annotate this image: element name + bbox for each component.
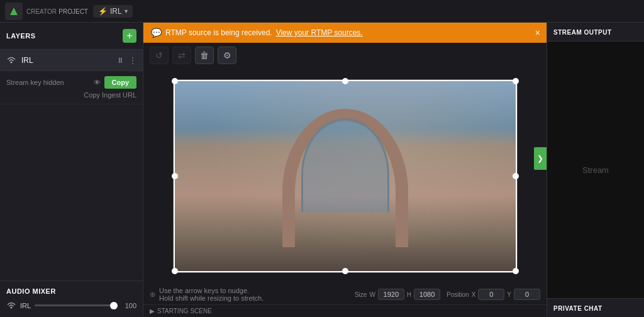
- project-label: PROJECT: [58, 8, 88, 15]
- width-input[interactable]: [378, 289, 404, 300]
- topbar: CREATOR PROJECT ⚡ IRL ▾: [0, 0, 644, 23]
- canvas-image: [174, 80, 517, 272]
- starting-scene-label: STARTING SCENE: [157, 308, 212, 314]
- stream-label: Stream: [582, 165, 609, 175]
- position-label: Position: [447, 291, 469, 298]
- volume-value: 100: [125, 302, 136, 309]
- notification-banner: 💬 RTMP source is being received. View yo…: [143, 23, 547, 43]
- private-chat-section: PRIVATE CHAT: [547, 298, 644, 317]
- nudge-icon: ⊕: [150, 291, 155, 299]
- right-panel-toggle-button[interactable]: ❯: [534, 147, 547, 170]
- copy-button[interactable]: Copy: [104, 76, 137, 89]
- svg-point-1: [11, 62, 13, 64]
- layers-header: LAYERS +: [0, 23, 143, 50]
- notification-bubble-icon: 💬: [151, 28, 162, 38]
- logo-container: CREATOR PROJECT: [5, 3, 88, 20]
- volume-slider[interactable]: [35, 304, 118, 306]
- center-area: 💬 RTMP source is being received. View yo…: [143, 23, 547, 317]
- x-input[interactable]: [478, 289, 504, 300]
- main-layout: LAYERS + IRL ⏸ ⋮ Stream key hidden 👁 Cop…: [0, 23, 644, 317]
- info-icons: ⊕ Use the arrow keys to nudge. Hold shif…: [150, 287, 264, 302]
- audio-mixer-title: AUDIO MIXER: [6, 287, 136, 295]
- bottom-info: ⊕ Use the arrow keys to nudge. Hold shif…: [143, 284, 547, 304]
- notification-text: RTMP source is being received.: [165, 28, 272, 37]
- irl-dropdown-label: IRL: [110, 7, 122, 16]
- app-logo[interactable]: [5, 3, 23, 20]
- more-options-icon[interactable]: ⋮: [129, 56, 136, 65]
- position-group: Position X Y: [447, 289, 540, 300]
- chevron-right-icon: ❯: [537, 154, 543, 163]
- chevron-down-icon: ▾: [125, 8, 128, 14]
- audio-irl-label: IRL: [20, 302, 31, 309]
- size-group: Size W H: [355, 289, 440, 300]
- rotate-button[interactable]: ↺: [150, 47, 169, 64]
- creator-label: CREATOR: [26, 8, 57, 15]
- bolt-icon: ⚡: [98, 7, 108, 16]
- stream-canvas[interactable]: [173, 79, 518, 273]
- canvas-container[interactable]: [143, 68, 547, 284]
- audio-wifi-icon: [6, 300, 16, 311]
- svg-point-2: [11, 307, 13, 309]
- notification-link[interactable]: View your RTMP sources.: [276, 28, 363, 37]
- flip-icon: ⇄: [178, 50, 186, 60]
- y-label: Y: [507, 291, 511, 298]
- delete-button[interactable]: 🗑: [195, 47, 214, 64]
- flip-button[interactable]: ⇄: [172, 47, 191, 64]
- trash-icon: 🗑: [200, 50, 209, 60]
- size-pos-area: Size W H Position X Y: [355, 289, 540, 300]
- starting-scene-bar: ▶ STARTING SCENE: [143, 304, 547, 317]
- audio-mixer: AUDIO MIXER IRL 100: [0, 281, 143, 317]
- audio-irl-row: IRL 100: [6, 300, 136, 311]
- layers-title: LAYERS: [6, 32, 36, 40]
- scene-icon: ▶: [150, 308, 155, 314]
- y-input[interactable]: [514, 289, 540, 300]
- volume-slider-container: [35, 304, 118, 306]
- stream-output-title: STREAM OUTPUT: [547, 23, 644, 42]
- nudge-text: Use the arrow keys to nudge.: [159, 287, 264, 294]
- creator-project-label: CREATOR PROJECT: [26, 7, 88, 16]
- left-sidebar: LAYERS + IRL ⏸ ⋮ Stream key hidden 👁 Cop…: [0, 23, 143, 317]
- irl-layer-name: IRL: [21, 56, 111, 65]
- shift-text: Hold shift while resizing to stretch.: [159, 294, 264, 302]
- size-label: Size: [355, 291, 367, 298]
- add-layer-button[interactable]: +: [123, 29, 136, 43]
- settings-button[interactable]: ⚙: [218, 47, 236, 64]
- x-label: X: [472, 291, 476, 298]
- stream-key-area: Stream key hidden 👁 Copy Copy Ingest URL: [0, 71, 143, 104]
- height-label: H: [407, 291, 411, 298]
- height-input[interactable]: [414, 289, 440, 300]
- wifi-icon: [6, 55, 16, 65]
- right-sidebar: STREAM OUTPUT Stream PRIVATE CHAT: [547, 23, 644, 317]
- stream-key-text: Stream key hidden: [6, 79, 90, 86]
- canvas-toolbar: ↺ ⇄ 🗑 ⚙: [143, 43, 547, 68]
- irl-dropdown[interactable]: ⚡ IRL ▾: [93, 5, 133, 18]
- rotate-icon: ↺: [155, 50, 163, 60]
- width-label: W: [369, 291, 375, 298]
- pause-icon[interactable]: ⏸: [116, 56, 124, 65]
- eye-icon[interactable]: 👁: [94, 79, 101, 86]
- stream-preview: Stream: [547, 42, 644, 298]
- sliders-icon: ⚙: [223, 50, 231, 60]
- irl-layer-item[interactable]: IRL ⏸ ⋮: [0, 50, 143, 71]
- svg-marker-0: [10, 8, 18, 15]
- private-chat-title: PRIVATE CHAT: [547, 299, 644, 317]
- notification-close-button[interactable]: ×: [535, 28, 540, 38]
- copy-ingest-url-link[interactable]: Copy Ingest URL: [6, 91, 136, 99]
- stream-key-row: Stream key hidden 👁 Copy: [6, 76, 136, 89]
